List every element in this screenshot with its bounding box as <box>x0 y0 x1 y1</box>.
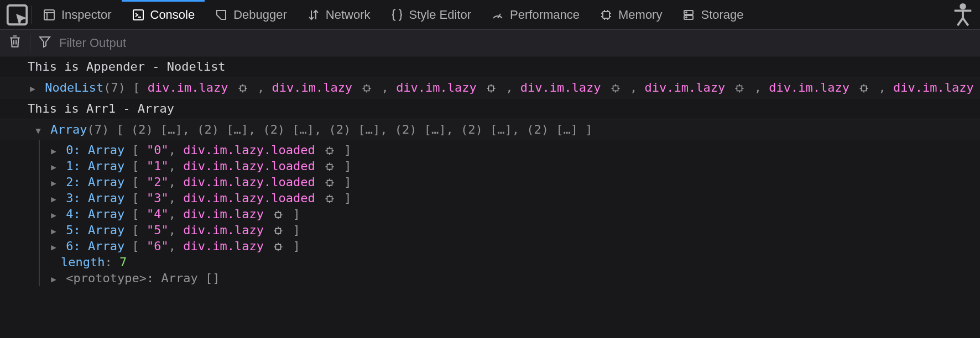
node-target-icon[interactable] <box>272 241 284 253</box>
tab-performance[interactable]: Performance <box>481 0 590 29</box>
bracket: [ <box>124 159 147 173</box>
node-target-icon[interactable] <box>272 209 284 221</box>
log-object[interactable]: NodeList(7) [ div.im.lazy , div.im.lazy … <box>0 77 980 98</box>
log-text: This is Appender - Nodelist <box>28 60 226 73</box>
performance-icon <box>491 8 504 22</box>
svg-rect-21 <box>240 86 245 91</box>
separator <box>31 6 32 24</box>
comma: , <box>169 175 184 189</box>
bracket: [ <box>124 175 147 189</box>
object-class: Array <box>88 175 124 189</box>
dom-node[interactable]: div.im.lazy <box>272 81 352 94</box>
tab-memory[interactable]: Memory <box>590 0 672 29</box>
dom-node[interactable]: div.im.lazy.loaded <box>183 175 315 189</box>
expand-arrow-icon[interactable] <box>49 274 59 284</box>
index-key: 3: <box>66 191 81 205</box>
tab-label: Performance <box>510 8 580 22</box>
dom-node[interactable]: div.im.lazy.loaded <box>183 159 315 173</box>
comma: , <box>169 191 184 205</box>
storage-icon <box>682 8 695 22</box>
bracket: ] <box>285 207 300 221</box>
dom-node[interactable]: div.im.lazy <box>148 81 228 94</box>
tab-network[interactable]: Network <box>297 0 380 29</box>
index-key: 0: <box>66 143 81 157</box>
string-value: "2" <box>147 175 169 189</box>
tree-row[interactable]: 2: Array [ "2", div.im.lazy.loaded ] <box>49 174 980 190</box>
tree-row[interactable]: 5: Array [ "5", div.im.lazy ] <box>49 222 980 238</box>
expand-arrow-icon[interactable] <box>28 83 38 94</box>
bracket: [ <box>124 239 147 253</box>
network-icon <box>307 8 320 22</box>
log-object-expanded[interactable]: Array(7) [ (2) […], (2) […], (2) […], (2… <box>0 119 980 140</box>
dom-node[interactable]: div.im.lazy <box>520 81 601 94</box>
dom-node[interactable]: div.im.lazy.loaded <box>183 191 315 205</box>
collapse-arrow-icon[interactable] <box>33 125 43 136</box>
log-message: This is Arr1 - Array <box>0 98 980 119</box>
style-editor-icon <box>390 8 404 22</box>
expand-arrow-icon[interactable] <box>49 194 59 204</box>
dom-node[interactable]: div.im.lazy <box>183 239 264 253</box>
svg-rect-61 <box>327 165 332 170</box>
accessibility-button[interactable] <box>950 2 976 28</box>
node-target-icon[interactable] <box>324 161 336 173</box>
tree-row[interactable]: 4: Array [ "4", div.im.lazy ] <box>49 206 980 222</box>
node-target-icon[interactable] <box>324 177 336 189</box>
expand-arrow-icon[interactable] <box>49 146 59 156</box>
colon: : <box>147 271 161 285</box>
tree-row[interactable]: 0: Array [ "0", div.im.lazy.loaded ] <box>49 142 980 158</box>
dom-node[interactable]: div.im.lazy <box>183 223 264 237</box>
bracket: [ <box>124 207 147 221</box>
index-key: 6: <box>66 239 81 253</box>
dom-node[interactable]: div.im.lazy <box>645 81 726 94</box>
object-class: Array <box>88 143 124 157</box>
node-target-icon[interactable] <box>361 82 373 94</box>
tree-row[interactable]: 3: Array [ "3", div.im.lazy.loaded ] <box>49 190 980 206</box>
tab-inspector[interactable]: Inspector <box>33 0 122 29</box>
node-target-icon[interactable] <box>324 193 336 205</box>
object-class: Array <box>88 207 124 221</box>
node-target-icon[interactable] <box>272 225 284 237</box>
object-count: (7) <box>87 123 109 136</box>
console-toolbar <box>0 30 980 56</box>
tab-debugger[interactable]: Debugger <box>205 0 297 29</box>
tree-row[interactable]: 6: Array [ "6", div.im.lazy ] <box>49 238 980 254</box>
tab-console[interactable]: Console <box>122 0 205 29</box>
funnel-icon <box>38 35 51 48</box>
filter-icon <box>38 35 51 51</box>
expand-arrow-icon[interactable] <box>49 178 59 188</box>
expand-arrow-icon[interactable] <box>49 242 59 252</box>
filter-input[interactable] <box>59 36 972 50</box>
dom-node[interactable]: div.im.lazy.loaded <box>183 143 315 157</box>
dom-node[interactable]: div.im.lazy <box>893 81 974 94</box>
node-target-icon[interactable] <box>733 82 746 94</box>
node-target-icon[interactable] <box>485 82 497 94</box>
string-value: "0" <box>147 143 169 157</box>
expand-arrow-icon[interactable] <box>49 226 59 236</box>
bracket: ] <box>337 191 352 205</box>
dom-node[interactable]: div.im.lazy <box>396 81 477 94</box>
tree-row[interactable]: 1: Array [ "1", div.im.lazy.loaded ] <box>49 158 980 174</box>
bracket: ] <box>285 223 300 237</box>
element-picker-button[interactable] <box>4 2 30 28</box>
debugger-icon <box>215 8 228 22</box>
svg-rect-26 <box>364 86 369 91</box>
node-target-icon[interactable] <box>609 82 622 94</box>
tree-row[interactable]: <prototype>: Array [] <box>49 270 980 286</box>
svg-rect-46 <box>862 86 867 91</box>
clear-console-button[interactable] <box>8 34 22 52</box>
node-target-icon[interactable] <box>237 82 249 94</box>
colon: : <box>105 255 119 269</box>
console-icon <box>132 8 145 22</box>
tab-storage[interactable]: Storage <box>672 0 753 29</box>
property-key: length <box>61 255 105 269</box>
element-picker-icon <box>4 2 30 28</box>
node-target-icon[interactable] <box>324 145 336 157</box>
expand-arrow-icon[interactable] <box>49 210 59 220</box>
tab-style-editor[interactable]: Style Editor <box>380 0 482 29</box>
dom-node[interactable]: div.im.lazy <box>769 81 849 94</box>
dom-node[interactable]: div.im.lazy <box>183 207 264 221</box>
node-target-icon[interactable] <box>858 82 870 94</box>
string-value: "4" <box>147 207 169 221</box>
expand-arrow-icon[interactable] <box>49 162 59 172</box>
object-tree: 0: Array [ "0", div.im.lazy.loaded ] 1: … <box>39 140 980 286</box>
